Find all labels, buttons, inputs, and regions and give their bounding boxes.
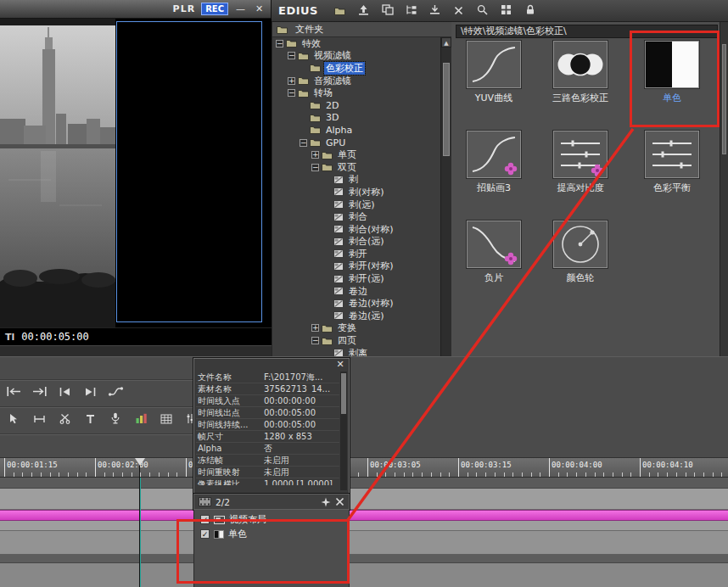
tree-scrollbar-thumb[interactable] [443, 63, 450, 156]
audio-meter-button[interactable] [131, 411, 151, 428]
tree-item-label: 音频滤镜 [312, 75, 353, 87]
razor-tool-button[interactable] [54, 411, 75, 428]
rec-mode-tab[interactable]: REC [201, 3, 228, 15]
timeline-track[interactable] [0, 555, 728, 563]
add-sequence-button[interactable] [401, 3, 422, 20]
ruler-tick [703, 472, 704, 477]
tree-item[interactable]: 剥 [272, 174, 440, 187]
effect-card[interactable]: 三路色彩校正 [540, 41, 621, 127]
tree-item[interactable]: 卷边(对称) [272, 297, 440, 310]
popup-scrollbar-thumb[interactable] [341, 373, 346, 414]
move-up-button[interactable] [354, 3, 374, 20]
tree-item[interactable]: 剥合(对称) [272, 223, 440, 236]
app-toolbar: EDIUS [272, 0, 728, 22]
timeline-ruler[interactable]: 00:00:01:1500:00:02:0000:00:02:1000:00:0… [0, 457, 728, 478]
folder-icon [310, 126, 321, 134]
timeline-track[interactable] [0, 521, 728, 531]
effect-card[interactable]: 招贴画3 [453, 131, 535, 217]
tree-item[interactable]: 剥开 [272, 248, 440, 260]
delete-button[interactable] [449, 3, 469, 20]
previous-edit-button[interactable] [54, 384, 75, 400]
tree-item[interactable]: −双页 [272, 161, 440, 174]
tree-item[interactable]: 卷边 [272, 285, 440, 298]
info-row: 时间重映射未启用 [196, 467, 339, 478]
tree-item[interactable]: +音频滤镜 [272, 75, 440, 87]
tree-item[interactable]: −转场 [272, 87, 440, 99]
tree-scrollbar[interactable]: ▲ ▼ [440, 37, 451, 382]
playhead[interactable] [135, 458, 145, 466]
tree-item[interactable]: +变换 [272, 322, 440, 335]
tree-item[interactable]: −视频滤镜 [272, 50, 440, 63]
expand-icon[interactable]: + [288, 77, 295, 85]
duplicate-button[interactable] [378, 3, 398, 20]
timeline-track-video[interactable] [0, 489, 728, 510]
tree-item[interactable]: −GPU [272, 137, 440, 149]
transition-icon [333, 249, 344, 258]
expand-icon[interactable]: + [311, 324, 319, 332]
tree-item[interactable]: 色彩校正 [272, 62, 440, 75]
tree-item[interactable]: Alpha [272, 124, 440, 137]
search-button[interactable] [473, 3, 493, 20]
timeline-track[interactable] [0, 478, 728, 489]
ruler-tick [168, 472, 169, 477]
collapse-icon[interactable]: − [300, 139, 307, 147]
timeline-track-audio[interactable] [0, 531, 728, 555]
tree-item[interactable]: −特效 [272, 37, 440, 50]
set-out-point-button[interactable] [29, 384, 49, 400]
set-in-point-button[interactable] [3, 384, 24, 400]
effect-card[interactable]: 色彩平衡 [631, 131, 713, 217]
ruler-timecode: 00:00:04:00 [552, 461, 602, 469]
popup-close-button[interactable]: ✕ [334, 359, 346, 370]
tree-item[interactable]: 卷边(远) [272, 310, 440, 322]
title-tool-button[interactable] [80, 411, 100, 428]
ruler-tick [68, 472, 69, 477]
effect-card[interactable]: 颜色轮 [540, 221, 621, 307]
popup-scrollbar[interactable] [340, 372, 347, 490]
tree-item[interactable]: 剥合 [272, 210, 440, 223]
collapse-icon[interactable]: − [288, 89, 295, 97]
tree-item[interactable]: −四页 [272, 334, 440, 347]
effect-card[interactable]: 负片 [453, 221, 535, 307]
lock-button[interactable] [520, 3, 540, 20]
ruler-tick [22, 472, 23, 477]
export-table-button[interactable] [156, 411, 176, 428]
effect-card[interactable]: YUV曲线 [453, 41, 535, 127]
open-folder-button[interactable] [330, 3, 350, 20]
collapse-icon[interactable]: − [311, 164, 319, 171]
view-mode-button[interactable] [496, 3, 517, 20]
import-button[interactable] [425, 3, 445, 20]
tree-item-label: 剥开(对称) [347, 260, 395, 272]
effect-card[interactable]: 提高对比度 [540, 131, 621, 217]
ruler-tick [31, 472, 32, 477]
collapse-icon[interactable]: − [311, 337, 319, 344]
palette-scrollbar[interactable] [720, 22, 728, 382]
voiceover-button[interactable] [105, 411, 126, 428]
collapse-icon[interactable]: − [288, 52, 295, 59]
ruler-tick [649, 472, 650, 477]
timeline-track-selected-clip[interactable] [0, 510, 728, 521]
next-edit-button[interactable] [80, 384, 100, 400]
expand-icon[interactable]: + [311, 151, 319, 159]
sequence-route-button[interactable] [105, 384, 126, 400]
close-button[interactable]: ✕ [253, 3, 266, 15]
tree-item[interactable]: 剥(对称) [272, 186, 440, 198]
trim-tool-button[interactable] [29, 411, 49, 428]
tree-item[interactable]: 剥开(远) [272, 272, 440, 285]
minimize-button[interactable]: — [234, 3, 247, 15]
palette-scrollbar-thumb[interactable] [722, 44, 726, 154]
ruler-tick [422, 472, 423, 477]
tree-item[interactable]: +单页 [272, 148, 440, 161]
tree-item[interactable]: 剥开(对称) [272, 260, 440, 273]
preview-titlebar[interactable]: PLR REC — ✕ [0, 0, 271, 19]
tree-item[interactable]: 剥(远) [272, 198, 440, 211]
collapse-icon[interactable]: − [276, 40, 283, 48]
tree-item[interactable]: 3D [272, 112, 440, 125]
timeline-track[interactable] [0, 563, 728, 587]
select-tool-button[interactable] [3, 411, 24, 428]
tree-item[interactable]: 2D [272, 99, 440, 112]
effect-settings-icon[interactable] [321, 497, 331, 507]
pager-close-icon[interactable] [335, 497, 344, 506]
tree-item-label: 剥合(对称) [347, 223, 395, 236]
scroll-up-icon[interactable]: ▲ [441, 37, 451, 48]
tree-item[interactable]: 剥合(远) [272, 236, 440, 249]
